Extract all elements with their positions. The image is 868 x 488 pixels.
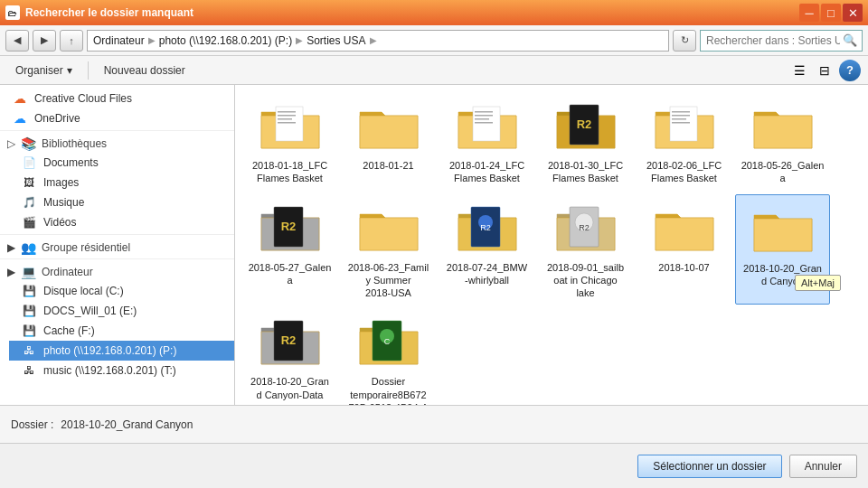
folder-icon-1: [258, 98, 323, 155]
sidebar-item-cache[interactable]: 💾 Cache (F:): [9, 321, 234, 341]
title-bar-text: Rechercher le dossier manquant: [25, 6, 193, 19]
folder-icon-13: R2: [258, 314, 323, 371]
sidebar-homegroup[interactable]: ▶ 👥 Groupe résidentiel: [0, 237, 234, 257]
folder-icon-10: R2: [553, 200, 618, 258]
computer-label: Ordinateur: [42, 266, 93, 278]
up-button[interactable]: ↑: [60, 30, 83, 52]
folder-item-3[interactable]: 2018-01-24_LFC Flames Basket: [439, 92, 534, 191]
folder-item-7[interactable]: R2 2018-05-27_Galen a: [242, 194, 337, 305]
photo-icon: 🖧: [22, 343, 36, 358]
view-toggle-button[interactable]: ☰: [788, 60, 810, 81]
cancel-button[interactable]: Annuler: [789, 455, 857, 478]
libraries-children: 📄 Documents 🖼 Images 🎵 Musique 🎬 Vidéos: [0, 153, 234, 232]
folder-icon-9: R2: [455, 200, 520, 258]
images-icon: 🖼: [22, 175, 36, 190]
sidebar-item-creative-cloud[interactable]: ☁ Creative Cloud Files: [0, 89, 234, 108]
refresh-button[interactable]: ↻: [673, 30, 696, 52]
computer-children: 💾 Disque local (C:) 💾 DOCS_Will_01 (E:) …: [0, 281, 234, 380]
folder-icon-11: [652, 200, 717, 258]
content-area: 2018-01-18_LFC Flames Basket 2018-01-21 …: [235, 85, 868, 405]
sidebar-item-images[interactable]: 🖼 Images: [9, 173, 234, 192]
cache-icon: 💾: [22, 324, 36, 338]
folder-item-8[interactable]: 2018-06-23_Famil y Summer 2018-USA: [341, 194, 436, 305]
path-sep-1: ▶: [148, 35, 156, 45]
music-label: Musique: [43, 196, 84, 209]
images-label: Images: [43, 176, 79, 189]
svg-rect-1: [278, 111, 296, 113]
search-wrapper: 🔍: [700, 30, 863, 52]
onedrive-label: OneDrive: [34, 112, 80, 125]
organise-label: Organiser: [15, 64, 63, 77]
sidebar-item-docs-will[interactable]: 💾 DOCS_Will_01 (E:): [9, 301, 234, 321]
svg-rect-7: [475, 115, 493, 117]
forward-button[interactable]: ▶: [33, 30, 56, 52]
sidebar-item-music[interactable]: 🎵 Musique: [9, 192, 234, 212]
folder-item-13[interactable]: R2 2018-10-20_Gran d Canyon-Data: [242, 308, 337, 405]
title-bar: 🗁 Rechercher le dossier manquant ─ □ ✕: [0, 0, 868, 25]
sidebar-computer-group[interactable]: ▶ 💻 Ordinateur: [0, 261, 234, 281]
path-segment-2[interactable]: photo (\\192.168.0.201) (P:): [159, 34, 292, 47]
status-value: 2018-10-20_Grand Canyon: [61, 418, 857, 431]
svg-rect-14: [672, 115, 690, 117]
folder-item-9[interactable]: R2 2018-07-24_BMW -whirlyball: [439, 194, 534, 305]
status-bar: Dossier : 2018-10-20_Grand Canyon: [0, 405, 868, 443]
folder-item-10[interactable]: R2 2018-09-01_sailb oat in Chicago lake: [538, 194, 633, 305]
status-label: Dossier :: [11, 418, 53, 431]
main-layout: ☁ Creative Cloud Files ☁ OneDrive ▷ 📚 Bi…: [0, 85, 868, 405]
folder-item-5[interactable]: 2018-02-06_LFC Flames Basket: [637, 92, 731, 191]
folder-item-2[interactable]: 2018-01-21: [341, 92, 436, 191]
select-folder-button[interactable]: Sélectionner un dossier: [637, 455, 781, 478]
folder-label-8: 2018-06-23_Famil y Summer 2018-USA: [348, 261, 429, 300]
svg-rect-8: [475, 118, 489, 120]
sidebar: ☁ Creative Cloud Files ☁ OneDrive ▷ 📚 Bi…: [0, 85, 235, 405]
svg-text:C: C: [383, 337, 390, 346]
search-input[interactable]: [700, 30, 863, 52]
help-button[interactable]: ?: [839, 60, 861, 81]
svg-rect-13: [672, 111, 690, 113]
search-icon: 🔍: [843, 33, 857, 47]
folder-label-13: 2018-10-20_Gran d Canyon-Data: [250, 375, 329, 401]
svg-rect-4: [278, 122, 296, 124]
sidebar-item-photo[interactable]: 🖧 photo (\\192.168.0.201) (P:): [9, 341, 234, 361]
sidebar-item-videos[interactable]: 🎬 Vidéos: [9, 212, 234, 232]
folder-icon-2: [356, 98, 421, 155]
folder-item-4[interactable]: R2 2018-01-30_LFC Flames Basket: [538, 92, 633, 191]
address-bar: ◀ ▶ ↑ Ordinateur ▶ photo (\\192.168.0.20…: [0, 25, 868, 56]
svg-rect-3: [278, 118, 292, 120]
homegroup-label: Groupe résidentiel: [42, 241, 130, 254]
docs-will-icon: 💾: [22, 304, 36, 318]
videos-icon: 🎬: [22, 215, 36, 230]
toolbar-separator: [88, 61, 89, 80]
folder-icon-12: [750, 201, 816, 258]
folder-item-1[interactable]: 2018-01-18_LFC Flames Basket: [242, 92, 337, 191]
maximize-button[interactable]: □: [821, 4, 841, 22]
creative-cloud-icon: ☁: [13, 91, 27, 106]
path-segment-3[interactable]: Sorties USA: [307, 34, 365, 47]
sidebar-sep-2: [0, 234, 234, 235]
folder-item-14[interactable]: C Dossier temporaire8B672 70B-9513-4B94-…: [341, 308, 436, 405]
folder-label-4: 2018-01-30_LFC Flames Basket: [548, 159, 623, 185]
folder-icon-3: [455, 98, 520, 155]
new-folder-button[interactable]: Nouveau dossier: [96, 60, 193, 81]
folder-icon-4: R2: [553, 98, 618, 155]
path-segment-1[interactable]: Ordinateur: [93, 34, 145, 47]
back-button[interactable]: ◀: [5, 30, 29, 52]
local-disk-label: Disque local (C:): [43, 285, 124, 297]
organise-button[interactable]: Organiser ▾: [7, 60, 80, 81]
folder-icon-6: [750, 98, 816, 155]
address-path[interactable]: Ordinateur ▶ photo (\\192.168.0.201) (P:…: [87, 30, 669, 52]
sidebar-item-documents[interactable]: 📄 Documents: [9, 153, 234, 173]
folder-grid: 2018-01-18_LFC Flames Basket 2018-01-21 …: [235, 85, 868, 405]
close-button[interactable]: ✕: [843, 4, 863, 22]
sidebar-item-local-disk[interactable]: 💾 Disque local (C:): [9, 281, 234, 301]
view-size-button[interactable]: ⊟: [814, 60, 835, 81]
svg-text:R2: R2: [280, 220, 296, 233]
sidebar-item-music-net[interactable]: 🖧 music (\\192.168.0.201) (T:): [9, 361, 234, 380]
folder-item-11[interactable]: 2018-10-07: [637, 194, 731, 305]
sidebar-libraries-group[interactable]: ▷ 📚 Bibliothèques: [0, 133, 234, 153]
minimize-button[interactable]: ─: [799, 4, 819, 22]
folder-item-6[interactable]: 2018-05-26_Galen a: [735, 92, 830, 191]
folder-label-14: Dossier temporaire8B672 70B-9513-4B94-A …: [347, 375, 429, 405]
sidebar-item-onedrive[interactable]: ☁ OneDrive: [0, 108, 234, 128]
title-bar-buttons: ─ □ ✕: [799, 4, 863, 22]
